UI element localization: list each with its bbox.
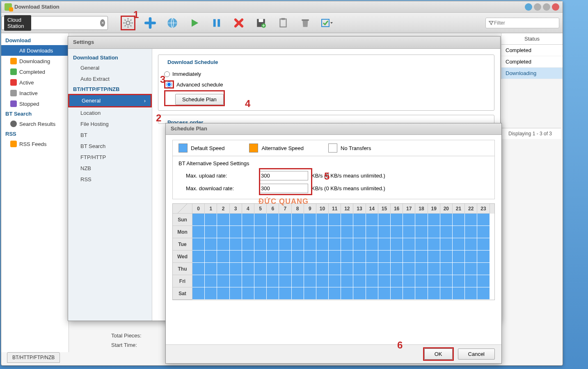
- schedule-cell[interactable]: [279, 263, 291, 275]
- bottom-tab[interactable]: BT/HTTP/FTP/NZB: [7, 352, 60, 363]
- schedule-cell[interactable]: [292, 287, 304, 300]
- schedule-cell[interactable]: [440, 214, 453, 226]
- immediately-radio[interactable]: [164, 71, 170, 77]
- settings-item-general-bt[interactable]: General›: [68, 94, 152, 107]
- schedule-cell[interactable]: [329, 287, 341, 300]
- schedule-cell[interactable]: [366, 226, 378, 238]
- nav-completed[interactable]: Completed: [1, 66, 69, 77]
- schedule-cell[interactable]: [329, 238, 341, 251]
- schedule-cell[interactable]: [465, 226, 477, 238]
- minimize-icon[interactable]: [534, 3, 541, 11]
- legend-none[interactable]: No Transfers: [328, 144, 371, 153]
- schedule-cell[interactable]: [304, 275, 316, 287]
- schedule-cell[interactable]: [230, 275, 242, 287]
- settings-item-nzb[interactable]: NZB: [68, 163, 152, 174]
- schedule-cell[interactable]: [254, 238, 267, 251]
- schedule-cell[interactable]: [440, 238, 453, 251]
- schedule-cell[interactable]: [391, 287, 403, 300]
- schedule-cell[interactable]: [304, 214, 316, 226]
- schedule-cell[interactable]: [217, 226, 229, 238]
- settings-item-rss[interactable]: RSS: [68, 174, 152, 185]
- schedule-cell[interactable]: [391, 251, 403, 263]
- schedule-cell[interactable]: [378, 263, 391, 275]
- clipboard-button[interactable]: [276, 16, 291, 30]
- schedule-cell[interactable]: [316, 263, 329, 275]
- schedule-cell[interactable]: [267, 275, 279, 287]
- schedule-cell[interactable]: [230, 263, 242, 275]
- schedule-cell[interactable]: [465, 287, 477, 300]
- search-box[interactable]: Cloud Station ×: [1, 16, 108, 30]
- schedule-plan-button[interactable]: Schedule Plan: [175, 94, 224, 105]
- schedule-cell[interactable]: [403, 214, 415, 226]
- delete-button[interactable]: [231, 16, 246, 30]
- schedule-cell[interactable]: [366, 263, 378, 275]
- schedule-cell[interactable]: [453, 287, 465, 300]
- schedule-cell[interactable]: [453, 263, 465, 275]
- schedule-cell[interactable]: [403, 251, 415, 263]
- schedule-cell[interactable]: [217, 287, 229, 300]
- schedule-cell[interactable]: [254, 287, 267, 300]
- globe-button[interactable]: [165, 16, 180, 30]
- schedule-cell[interactable]: [403, 238, 415, 251]
- schedule-cell[interactable]: [366, 251, 378, 263]
- settings-item-general-ds[interactable]: General: [68, 62, 152, 73]
- schedule-cell[interactable]: [378, 275, 391, 287]
- schedule-cell[interactable]: [292, 214, 304, 226]
- schedule-cell[interactable]: [230, 251, 242, 263]
- schedule-cell[interactable]: [453, 275, 465, 287]
- schedule-cell[interactable]: [267, 251, 279, 263]
- schedule-cell[interactable]: [304, 251, 316, 263]
- schedule-cell[interactable]: [217, 238, 229, 251]
- schedule-cell[interactable]: [391, 226, 403, 238]
- schedule-cell[interactable]: [366, 287, 378, 300]
- schedule-cell[interactable]: [304, 238, 316, 251]
- schedule-cell[interactable]: [205, 251, 217, 263]
- schedule-cell[interactable]: [304, 226, 316, 238]
- schedule-cell[interactable]: [242, 226, 254, 238]
- help-icon[interactable]: [525, 3, 532, 11]
- schedule-cell[interactable]: [230, 287, 242, 300]
- schedule-cell[interactable]: [329, 214, 341, 226]
- schedule-cell[interactable]: [242, 287, 254, 300]
- schedule-cell[interactable]: [242, 238, 254, 251]
- schedule-cell[interactable]: [378, 251, 391, 263]
- schedule-cell[interactable]: [366, 214, 378, 226]
- schedule-cell[interactable]: [205, 263, 217, 275]
- schedule-cell[interactable]: [341, 214, 353, 226]
- settings-button[interactable]: [121, 16, 135, 30]
- schedule-cell[interactable]: [415, 275, 428, 287]
- schedule-cell[interactable]: [465, 238, 477, 251]
- schedule-cell[interactable]: [192, 251, 205, 263]
- schedule-cell[interactable]: [353, 251, 366, 263]
- schedule-cell[interactable]: [267, 263, 279, 275]
- schedule-cell[interactable]: [341, 275, 353, 287]
- schedule-cell[interactable]: [341, 263, 353, 275]
- play-button[interactable]: [187, 16, 202, 30]
- schedule-cell[interactable]: [341, 287, 353, 300]
- advanced-radio[interactable]: [166, 82, 172, 87]
- nav-rss-feeds[interactable]: RSS Feeds: [1, 139, 69, 149]
- schedule-cell[interactable]: [279, 251, 291, 263]
- cancel-button[interactable]: Cancel: [458, 348, 495, 360]
- schedule-cell[interactable]: [453, 251, 465, 263]
- schedule-cell[interactable]: [453, 226, 465, 238]
- nav-all-downloads[interactable]: All Downloads: [1, 45, 69, 56]
- schedule-cell[interactable]: [428, 287, 440, 300]
- settings-item-autoextract[interactable]: Auto Extract: [68, 73, 152, 84]
- schedule-cell[interactable]: [428, 251, 440, 263]
- pause-button[interactable]: [209, 16, 224, 30]
- settings-item-btsearch[interactable]: BT Search: [68, 141, 152, 152]
- schedule-cell[interactable]: [353, 275, 366, 287]
- status-row[interactable]: Completed: [501, 56, 563, 68]
- schedule-cell[interactable]: [341, 226, 353, 238]
- schedule-cell[interactable]: [279, 275, 291, 287]
- schedule-cell[interactable]: [316, 287, 329, 300]
- schedule-cell[interactable]: [453, 238, 465, 251]
- ok-button[interactable]: OK: [424, 348, 453, 360]
- schedule-cell[interactable]: [428, 238, 440, 251]
- schedule-cell[interactable]: [292, 275, 304, 287]
- schedule-cell[interactable]: [378, 287, 391, 300]
- schedule-cell[interactable]: [316, 238, 329, 251]
- schedule-cell[interactable]: [428, 226, 440, 238]
- schedule-cell[interactable]: [292, 263, 304, 275]
